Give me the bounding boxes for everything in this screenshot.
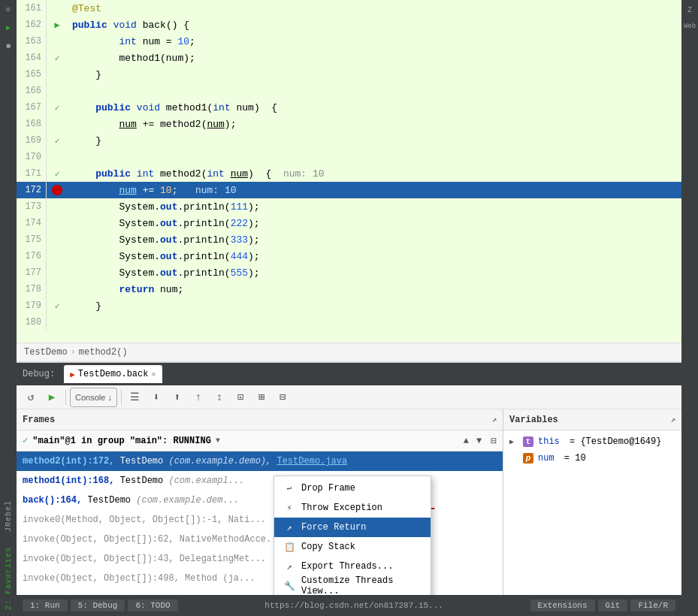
var-expand-this[interactable]: ▶ <box>509 437 518 446</box>
gutter-171: ✓ <box>47 165 68 182</box>
code-line-178: 178 return num; <box>17 281 681 297</box>
right-sidebar-icon-1[interactable]: Z <box>683 3 696 17</box>
bottom-tab-filer[interactable]: File/R <box>630 599 675 611</box>
context-menu-customize-threads-label: Customize Threads View... <box>301 575 422 595</box>
code-line-170: 170 <box>17 149 681 165</box>
thread-filter-icon[interactable]: ⊟ <box>491 435 497 447</box>
context-menu-copy-stack[interactable]: 📋 Copy Stack <box>274 537 431 557</box>
copy-stack-icon: 📋 <box>283 541 295 553</box>
toolbar-btn-breakpoints[interactable]: ⊞ <box>252 388 271 407</box>
toolbar-btn-mute[interactable]: ⊟ <box>273 388 292 407</box>
bottom-tab-debug[interactable]: 5: Debug <box>71 599 125 611</box>
line-num-164: 164 <box>17 50 47 66</box>
run-arrow-icon: ▶ <box>54 20 59 31</box>
context-menu-force-return-label: Force Return <box>301 522 366 533</box>
bottom-tab-extensions[interactable]: Extensions <box>530 599 595 611</box>
right-sidebar: Z Web <box>681 0 698 616</box>
line-num-178: 178 <box>17 281 47 297</box>
gutter-177 <box>47 264 68 281</box>
var-item-num[interactable]: p num = 10 <box>503 450 681 467</box>
line-num-163: 163 <box>17 33 47 50</box>
debug-tab-close[interactable]: ✕ <box>151 370 156 379</box>
toolbar-btn-stepover[interactable]: ⬇ <box>147 388 166 407</box>
toolbar-btn-rerun[interactable]: ↺ <box>21 388 41 407</box>
variables-panel: Variables ↗ ▶ t this = {TestDemo@1649} p <box>503 409 681 595</box>
line-num-168: 168 <box>17 116 47 132</box>
context-menu: ↩ Drop Frame ⚡ Throw Exception ↗ Force R… <box>273 476 431 595</box>
frame-item-0[interactable]: method2(int):172, TestDemo (com.example.… <box>17 451 503 471</box>
context-menu-drop-frame[interactable]: ↩ Drop Frame <box>274 479 431 498</box>
code-content-169: } <box>68 132 681 149</box>
toolbar-btn-frames[interactable]: ☰ <box>125 388 145 407</box>
line-num-173: 173 <box>17 198 47 215</box>
toolbar-btn-stepout[interactable]: ↑ <box>189 388 208 407</box>
right-sidebar-icon-web[interactable]: Web <box>683 20 696 33</box>
gutter-172 <box>47 182 68 198</box>
line-num-174: 174 <box>17 215 47 231</box>
code-content-172: num += 10; num: 10 <box>68 182 681 198</box>
gutter-174 <box>47 215 68 231</box>
bottom-url: https://blog.csdn.net/on817287.15... <box>264 601 443 610</box>
context-menu-force-return[interactable]: ↗ Force Return <box>274 518 431 537</box>
breadcrumb-class[interactable]: TestDemo <box>24 347 68 358</box>
frames-panel-header: Frames ↗ <box>17 409 503 430</box>
variables-title: Variables <box>509 415 558 425</box>
bottom-tabs: 1: Run 5: Debug 6: TODO <box>23 599 178 611</box>
thread-scroll-up[interactable]: ▲ <box>464 436 469 446</box>
var-item-this[interactable]: ▶ t this = {TestDemo@1649} <box>503 433 681 450</box>
code-line-165: 165 } <box>17 66 681 83</box>
check-mark-164: ✓ <box>52 53 62 63</box>
line-num-171: 171 <box>17 165 47 182</box>
frames-title: Frames <box>23 415 55 425</box>
line-num-161: 161 <box>17 0 47 17</box>
gutter-166 <box>47 83 68 99</box>
check-mark-167: ✓ <box>52 102 62 113</box>
toolbar-btn-eval[interactable]: ⊡ <box>231 388 250 407</box>
code-line-173: 173 System.out.println(111); <box>17 198 681 215</box>
code-line-175: 175 System.out.println(333); <box>17 231 681 248</box>
toolbar-btn-console[interactable]: Console ↓ <box>70 388 117 407</box>
customize-threads-icon: 🔧 <box>283 580 295 592</box>
drop-frame-icon: ↩ <box>283 482 295 494</box>
debug-content: Frames ↗ ✓ "main"@1 in group "main": RUN… <box>17 409 681 595</box>
bottom-tab-todo[interactable]: 6: TODO <box>128 599 177 611</box>
sidebar-icon-1[interactable]: ≡ <box>2 3 15 17</box>
sidebar-icon-2[interactable]: ▶ <box>2 21 15 35</box>
variables-pin-btn[interactable]: ↗ <box>670 415 675 424</box>
code-lines: 161 @Test 162 ▶ public void back() { 163 <box>17 0 681 343</box>
jrebel-label: JRebel <box>5 500 13 532</box>
code-content-166 <box>68 83 681 99</box>
context-menu-throw-exception[interactable]: ⚡ Throw Exception <box>274 498 431 518</box>
context-menu-copy-stack-label: Copy Stack <box>301 542 355 552</box>
context-menu-throw-exception-label: Throw Exception <box>301 503 382 513</box>
debug-tab-testdemo[interactable]: ▶ TestDemo.back ✕ <box>64 365 162 383</box>
toolbar-btn-resume[interactable]: ▶ <box>42 388 62 407</box>
context-menu-export-threads[interactable]: ↗ Export Threads... <box>274 557 431 576</box>
breadcrumb-method[interactable]: method2() <box>79 347 128 358</box>
gutter-163 <box>47 33 68 50</box>
toolbar-btn-stepinto[interactable]: ⬆ <box>168 388 187 407</box>
line-num-165: 165 <box>17 66 47 83</box>
toolbar-sep-1 <box>65 390 66 405</box>
gutter-176 <box>47 248 68 264</box>
frames-pin-btn[interactable]: ↗ <box>491 415 497 424</box>
gutter-168 <box>47 116 68 132</box>
sidebar-icon-3[interactable]: ■ <box>2 39 15 53</box>
var-name-this: this <box>538 436 560 447</box>
bottom-tab-run[interactable]: 1: Run <box>23 599 68 611</box>
var-icon-num: p <box>523 453 533 464</box>
code-content-180 <box>68 314 681 331</box>
bottom-right-tabs: Extensions Git File/R <box>530 599 675 611</box>
line-num-169: 169 <box>17 132 47 149</box>
breadcrumb-sep: › <box>71 347 76 358</box>
toolbar-btn-runtohere[interactable]: ↕ <box>210 388 229 407</box>
context-menu-drop-frame-label: Drop Frame <box>301 483 355 494</box>
bottom-tab-git[interactable]: Git <box>598 599 628 611</box>
context-menu-customize-threads[interactable]: 🔧 Customize Threads View... <box>274 576 431 595</box>
main-area: 161 @Test 162 ▶ public void back() { 163 <box>17 0 681 616</box>
debug-label: Debug: <box>23 369 55 379</box>
force-return-icon: ↗ <box>283 521 295 533</box>
thread-dropdown-arrow[interactable]: ▼ <box>216 436 220 445</box>
thread-scroll-down[interactable]: ▼ <box>476 436 482 446</box>
frames-panel: Frames ↗ ✓ "main"@1 in group "main": RUN… <box>17 409 503 595</box>
